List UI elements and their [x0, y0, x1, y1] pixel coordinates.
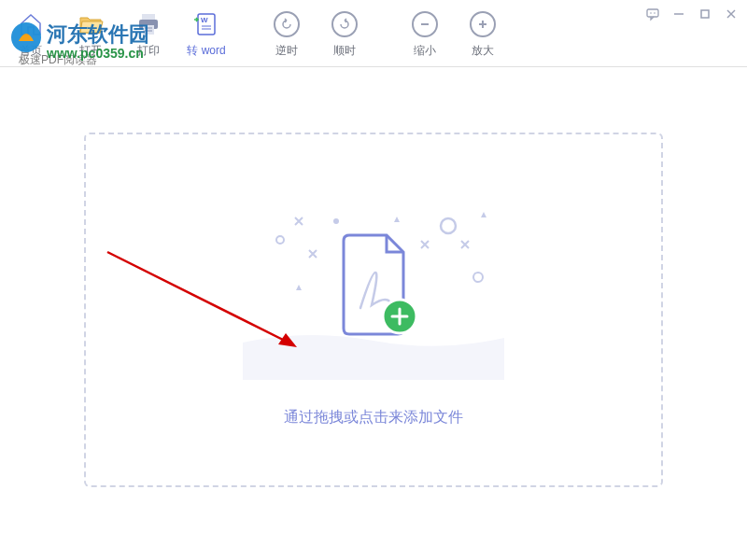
toolbar-zoom-out[interactable]: 缩小: [396, 9, 454, 59]
minimize-button[interactable]: [670, 6, 687, 22]
svg-text:W: W: [201, 16, 208, 24]
toolbar-label: 缩小: [414, 43, 436, 59]
toolbar-print[interactable]: 打印: [120, 9, 177, 59]
toolbar-convert-word[interactable]: W 转 word: [177, 9, 235, 59]
svg-point-22: [333, 218, 339, 224]
svg-rect-0: [142, 14, 155, 20]
svg-point-14: [654, 12, 655, 14]
file-dropzone[interactable]: 通过拖拽或点击来添加文件: [84, 133, 663, 487]
rotate-cw-icon: [330, 9, 359, 39]
toolbar-rotate-cw[interactable]: 顺时: [316, 9, 374, 59]
svg-rect-12: [647, 9, 658, 17]
home-icon: [16, 9, 46, 39]
main-area: 通过拖拽或点击来添加文件: [0, 67, 747, 525]
print-icon: [134, 9, 163, 39]
svg-point-13: [650, 12, 652, 14]
svg-point-20: [441, 218, 456, 233]
maximize-button[interactable]: [697, 6, 713, 22]
toolbar-label: 首页: [20, 43, 42, 59]
close-button[interactable]: [723, 6, 740, 22]
dropzone-text: 通过拖拽或点击来添加文件: [284, 408, 463, 427]
svg-rect-2: [143, 25, 154, 35]
svg-point-19: [276, 236, 284, 244]
feedback-button[interactable]: [644, 6, 661, 22]
toolbar: 首页 打开 打印 W 转 word 逆时 顺时 缩小: [0, 0, 747, 67]
toolbar-zoom-in[interactable]: 放大: [454, 9, 512, 59]
svg-rect-16: [701, 10, 709, 18]
toolbar-label: 打印: [137, 43, 160, 59]
toolbar-label: 打开: [79, 43, 102, 59]
svg-point-21: [473, 273, 483, 282]
open-icon: [76, 9, 106, 39]
toolbar-open[interactable]: 打开: [62, 9, 120, 59]
toolbar-label: 转 word: [187, 43, 225, 59]
toolbar-label: 顺时: [333, 43, 356, 59]
zoom-in-icon: [468, 9, 498, 39]
toolbar-home[interactable]: 首页: [0, 9, 62, 59]
word-icon: W: [191, 9, 221, 39]
toolbar-label: 逆时: [275, 43, 298, 59]
dropzone-illustration: [243, 193, 504, 380]
window-controls: [644, 6, 740, 22]
toolbar-rotate-ccw[interactable]: 逆时: [258, 9, 316, 59]
zoom-out-icon: [410, 9, 440, 39]
toolbar-label: 放大: [472, 43, 494, 59]
rotate-ccw-icon: [272, 9, 302, 39]
